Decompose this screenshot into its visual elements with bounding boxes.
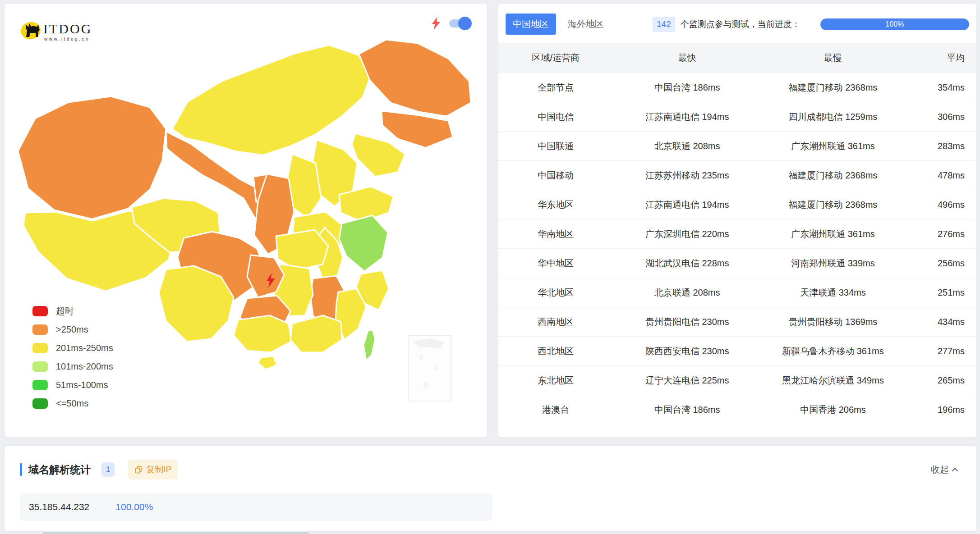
map-toolbar	[431, 17, 471, 30]
table-row: 中国移动江苏苏州移动 235ms福建厦门移动 2368ms478ms	[498, 160, 976, 190]
south-china-sea-inset	[408, 336, 451, 401]
ip-percent: 100.00%	[115, 502, 153, 512]
table-row: 全部节点中国台湾 186ms福建厦门移动 2368ms354ms	[498, 73, 976, 102]
test-progress-bar: 100%	[820, 18, 969, 30]
logo-subtitle-slot: www.itdog.cn	[44, 37, 90, 41]
table-cell: 广东潮州联通 361ms	[761, 140, 905, 152]
china-map-panel: ITDOG www.itdog.cn 超时>250ms201ms-250ms10…	[5, 4, 487, 437]
table-row: 中国电信江苏南通电信 194ms四川成都电信 1259ms306ms	[498, 102, 976, 131]
table-row: 中国联通北京联通 208ms广东潮州联通 361ms283ms	[498, 131, 976, 160]
ip-address: 35.185.44.232	[29, 502, 89, 512]
province-jilin[interactable]	[382, 111, 453, 148]
monitor-progress-text: 个监测点参与测试，当前进度：	[681, 18, 801, 30]
table-row: 华北地区北京联通 208ms天津联通 334ms251ms	[498, 278, 976, 307]
table-cell: 256ms	[905, 258, 976, 269]
table-cell: 江苏苏州移动 235ms	[613, 169, 761, 182]
table-row: 华南地区广东深圳电信 220ms广东潮州联通 361ms276ms	[498, 219, 976, 248]
col-region-isp: 区域/运营商	[498, 52, 613, 64]
table-row: 西北地区陕西西安电信 230ms新疆乌鲁木齐移动 361ms277ms	[498, 336, 976, 365]
title-accent-bar	[20, 463, 22, 476]
table-cell: 港澳台	[498, 404, 613, 416]
legend-swatch	[32, 361, 48, 372]
province-taiwan[interactable]	[363, 330, 375, 361]
dns-title: 域名解析统计	[28, 463, 91, 477]
province-heilongjiang[interactable]	[359, 40, 471, 116]
table-cell: 黑龙江哈尔滨联通 349ms	[761, 374, 905, 387]
legend-label: 201ms-250ms	[56, 343, 113, 353]
legend-swatch	[32, 324, 48, 335]
latency-table: 区域/运营商 最快 最慢 平均 全部节点中国台湾 186ms福建厦门移动 236…	[498, 43, 976, 424]
province-guangxi[interactable]	[234, 315, 291, 352]
table-cell: 306ms	[905, 112, 976, 122]
copy-icon	[134, 466, 143, 474]
table-cell: 277ms	[905, 346, 976, 356]
map-mode-toggle[interactable]	[449, 19, 471, 27]
table-cell: 陕西西安电信 230ms	[613, 345, 761, 357]
tab-overseas-region[interactable]: 海外地区	[561, 14, 611, 35]
table-cell: 东北地区	[498, 374, 613, 387]
col-fastest: 最快	[613, 52, 761, 64]
table-cell: 西北地区	[498, 345, 613, 357]
legend-label: <=50ms	[56, 398, 88, 409]
table-row: 港澳台中国台湾 186ms中国香港 206ms196ms	[498, 395, 976, 424]
table-cell: 全部节点	[498, 82, 613, 94]
table-row: 华东地区江苏南通电信 194ms福建厦门移动 2368ms496ms	[498, 190, 976, 219]
table-row: 东北地区辽宁大连电信 225ms黑龙江哈尔滨联通 349ms265ms	[498, 365, 976, 395]
table-row: 西南地区贵州贵阳电信 230ms贵州贵阳移动 1369ms434ms	[498, 307, 976, 336]
province-xinjiang[interactable]	[18, 96, 166, 219]
table-cell: 江苏南通电信 194ms	[613, 199, 761, 211]
province-neimenggu[interactable]	[172, 45, 372, 155]
tab-china-region[interactable]: 中国地区	[506, 14, 556, 35]
table-cell: 276ms	[905, 229, 976, 239]
legend-swatch	[32, 398, 48, 409]
copy-ip-button[interactable]: 复制IP	[128, 460, 178, 479]
legend-item: >250ms	[32, 323, 113, 336]
legend-label: >250ms	[56, 324, 88, 335]
province-liaoning[interactable]	[352, 133, 405, 177]
col-slowest: 最慢	[761, 52, 905, 64]
progress-label: 100%	[886, 20, 904, 28]
legend-swatch	[32, 306, 48, 316]
table-cell: 贵州贵阳电信 230ms	[613, 316, 761, 328]
table-row: 华中地区湖北武汉电信 228ms河南郑州联通 339ms256ms	[498, 248, 976, 278]
fast-mode-lightning-icon	[431, 17, 441, 30]
table-cell: 中国移动	[498, 169, 613, 182]
table-cell: 福建厦门移动 2368ms	[761, 199, 905, 211]
legend-item: 101ms-200ms	[32, 360, 113, 373]
table-cell: 434ms	[905, 317, 976, 327]
table-cell: 华南地区	[498, 228, 613, 240]
table-cell: 四川成都电信 1259ms	[761, 111, 905, 123]
table-cell: 354ms	[905, 82, 976, 93]
chevron-up-icon	[952, 467, 958, 472]
table-cell: 福建厦门移动 2368ms	[761, 169, 905, 182]
collapse-label: 收起	[931, 464, 949, 476]
monitor-count-badge: 142	[653, 17, 675, 32]
table-cell: 江苏南通电信 194ms	[613, 111, 761, 123]
results-header: 中国地区 海外地区 142 个监测点参与测试，当前进度： 100%	[498, 4, 976, 43]
province-jiangsu[interactable]	[339, 215, 388, 271]
legend-label: 101ms-200ms	[56, 361, 113, 372]
table-cell: 251ms	[905, 288, 976, 298]
toggle-knob	[458, 17, 472, 30]
table-cell: 中国台湾 186ms	[613, 404, 761, 416]
table-cell: 天津联通 334ms	[761, 287, 905, 299]
dns-resolution-panel: 域名解析统计 1 复制IP 收起 35.185.44.232100.00%	[5, 446, 976, 531]
province-hainan[interactable]	[258, 356, 277, 370]
collapse-button[interactable]: 收起	[931, 464, 958, 476]
table-cell: 中国联通	[498, 140, 613, 152]
ip-row[interactable]: 35.185.44.232100.00%	[20, 493, 492, 521]
legend-label: 51ms-100ms	[56, 380, 108, 390]
table-cell: 西南地区	[498, 316, 613, 328]
progress-fill: 100%	[820, 18, 969, 30]
table-cell: 贵州贵阳移动 1369ms	[761, 316, 905, 328]
ip-chart-bar-cutoff	[43, 532, 309, 534]
table-cell: 广东深圳电信 220ms	[613, 228, 761, 240]
table-cell: 华中地区	[498, 257, 613, 269]
table-cell: 283ms	[905, 141, 976, 151]
legend-swatch	[32, 380, 48, 390]
table-cell: 中国电信	[498, 111, 613, 123]
dns-count-badge: 1	[101, 462, 115, 477]
table-cell: 辽宁大连电信 225ms	[613, 374, 761, 387]
province-guangdong[interactable]	[290, 315, 342, 352]
table-cell: 华东地区	[498, 199, 613, 211]
